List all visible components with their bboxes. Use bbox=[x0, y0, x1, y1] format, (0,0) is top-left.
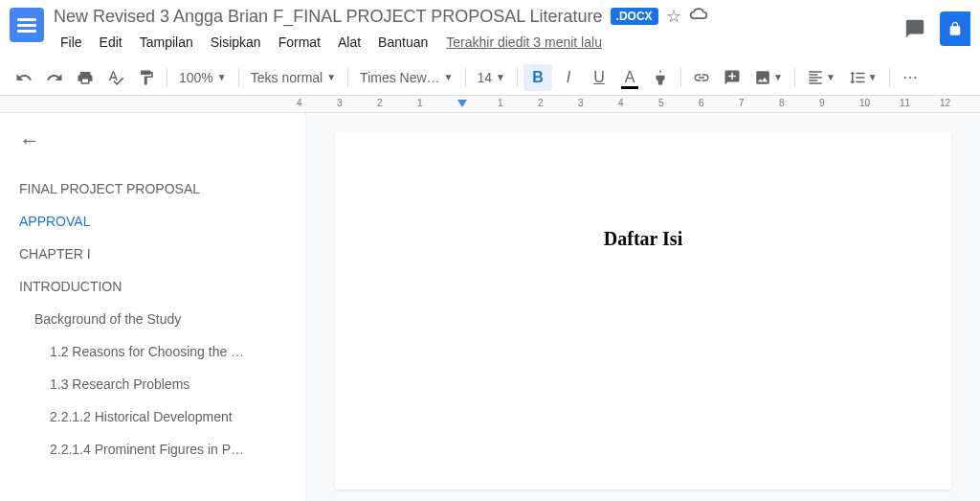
outline-item[interactable]: 1.2 Reasons for Choosing the … bbox=[19, 335, 296, 368]
font-size-dropdown[interactable]: 14▼ bbox=[472, 64, 511, 91]
document-area[interactable]: Daftar Isi bbox=[306, 113, 980, 501]
separator bbox=[517, 68, 518, 87]
line-spacing-button[interactable]: ▼ bbox=[843, 64, 883, 91]
italic-button[interactable]: I bbox=[554, 64, 583, 91]
separator bbox=[680, 68, 681, 87]
outline-item[interactable]: 2.2.1.4 Prominent Figures in P… bbox=[19, 433, 296, 466]
page[interactable]: Daftar Isi bbox=[335, 132, 951, 490]
ruler-mark: 9 bbox=[819, 98, 825, 108]
insert-link-button[interactable] bbox=[687, 64, 716, 91]
ruler-mark: 4 bbox=[297, 98, 302, 108]
undo-button[interactable] bbox=[10, 64, 38, 91]
ruler-mark: 12 bbox=[940, 98, 950, 108]
menu-insert[interactable]: Sisipkan bbox=[204, 31, 268, 54]
outline-item[interactable]: INTRODUCTION bbox=[19, 270, 296, 303]
star-icon[interactable]: ☆ bbox=[666, 6, 681, 27]
outline-item[interactable]: CHAPTER I bbox=[19, 238, 296, 270]
ruler-mark: 2 bbox=[377, 98, 383, 108]
outline-item[interactable]: FINAL PROJECT PROPOSAL bbox=[19, 172, 296, 205]
body-area: ← FINAL PROJECT PROPOSALAPPROVALCHAPTER … bbox=[0, 113, 980, 501]
menu-tools[interactable]: Alat bbox=[331, 31, 368, 54]
ruler-mark: 10 bbox=[859, 98, 870, 108]
ruler-mark: 1 bbox=[498, 98, 503, 108]
share-button[interactable] bbox=[940, 11, 970, 46]
highlight-button[interactable] bbox=[646, 64, 675, 91]
outline-panel: ← FINAL PROJECT PROPOSALAPPROVALCHAPTER … bbox=[0, 113, 306, 501]
separator bbox=[167, 68, 167, 87]
separator bbox=[889, 68, 890, 87]
ruler-mark: 3 bbox=[337, 98, 343, 108]
text-color-button[interactable]: A bbox=[615, 64, 644, 91]
separator bbox=[238, 68, 239, 87]
insert-image-button[interactable]: ▼ bbox=[748, 64, 789, 91]
indent-marker-icon[interactable] bbox=[457, 100, 467, 107]
last-edit-link[interactable]: Terakhir diedit 3 menit lalu bbox=[446, 34, 602, 50]
ruler-mark: 7 bbox=[739, 98, 745, 108]
app-header: New Revised 3 Angga Brian F_FINAL PROJEC… bbox=[0, 0, 980, 54]
ruler-mark: 5 bbox=[658, 98, 664, 108]
outline-item[interactable]: 1.3 Research Problems bbox=[19, 368, 296, 400]
separator bbox=[794, 68, 795, 87]
spellcheck-button[interactable] bbox=[101, 64, 130, 91]
comments-button[interactable] bbox=[902, 15, 928, 42]
ruler-mark: 6 bbox=[699, 98, 704, 108]
document-title[interactable]: New Revised 3 Angga Brian F_FINAL PROJEC… bbox=[54, 7, 603, 27]
menu-view[interactable]: Tampilan bbox=[133, 31, 200, 54]
header-right bbox=[902, 6, 970, 46]
ruler-mark: 1 bbox=[417, 98, 423, 108]
print-button[interactable] bbox=[71, 64, 100, 91]
add-comment-button[interactable] bbox=[718, 64, 746, 91]
more-button[interactable]: ⋯ bbox=[896, 64, 924, 91]
outline-item[interactable]: 2.2.1.2 Historical Development bbox=[19, 400, 296, 433]
ruler-mark: 3 bbox=[578, 98, 584, 108]
menu-bar: File Edit Tampilan Sisipkan Format Alat … bbox=[54, 31, 902, 54]
menu-help[interactable]: Bantuan bbox=[371, 31, 434, 54]
ruler-mark: 11 bbox=[900, 98, 910, 108]
outline-item[interactable]: Background of the Study bbox=[19, 303, 296, 335]
underline-button[interactable]: U bbox=[585, 64, 613, 91]
zoom-dropdown[interactable]: 100%▼ bbox=[173, 64, 233, 91]
ruler[interactable]: 4321123456789101112 bbox=[0, 96, 980, 113]
separator bbox=[465, 68, 466, 87]
menu-format[interactable]: Format bbox=[272, 31, 327, 54]
menu-edit[interactable]: Edit bbox=[93, 31, 129, 54]
ruler-mark: 2 bbox=[538, 98, 544, 108]
toolbar: 100%▼ Teks normal▼ Times New…▼ 14▼ B I U… bbox=[0, 59, 980, 96]
title-row: New Revised 3 Angga Brian F_FINAL PROJEC… bbox=[54, 6, 902, 27]
docs-logo-icon[interactable] bbox=[10, 8, 44, 42]
ruler-mark: 8 bbox=[779, 98, 785, 108]
align-button[interactable]: ▼ bbox=[801, 64, 841, 91]
bold-button[interactable]: B bbox=[523, 64, 552, 91]
menu-file[interactable]: File bbox=[54, 31, 89, 54]
redo-button[interactable] bbox=[40, 64, 69, 91]
header-main: New Revised 3 Angga Brian F_FINAL PROJEC… bbox=[54, 6, 902, 54]
outline-back-button[interactable]: ← bbox=[19, 128, 40, 153]
separator bbox=[347, 68, 348, 87]
paint-format-button[interactable] bbox=[132, 64, 161, 91]
style-dropdown[interactable]: Teks normal▼ bbox=[245, 64, 342, 91]
outline-item[interactable]: APPROVAL bbox=[19, 205, 296, 238]
cloud-status-icon[interactable] bbox=[689, 7, 708, 27]
ruler-mark: 4 bbox=[618, 98, 624, 108]
docx-badge: .DOCX bbox=[611, 8, 658, 25]
page-heading: Daftar Isi bbox=[373, 228, 913, 250]
font-dropdown[interactable]: Times New…▼ bbox=[354, 64, 458, 91]
